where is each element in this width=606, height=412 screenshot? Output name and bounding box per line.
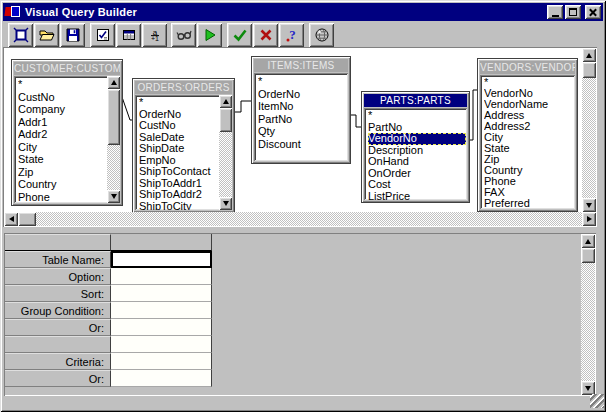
field-item-state[interactable]: State — [484, 143, 575, 154]
scroll-thumb[interactable] — [107, 89, 120, 145]
add-table-button[interactable] — [116, 23, 141, 47]
table-box-vendors[interactable]: VENDORS:VENDORS *VendorNoVendorNameAddre… — [478, 59, 577, 211]
table-box-parts[interactable]: PARTS:PARTS *PartNoVendorNoDescriptionOn… — [362, 92, 469, 202]
field-item-star[interactable]: * — [258, 75, 348, 88]
field-item-star[interactable]: * — [139, 97, 217, 109]
close-button[interactable] — [585, 5, 601, 19]
field-item-onorder[interactable]: OnOrder — [368, 168, 467, 180]
table-caption[interactable]: VENDORS:VENDORS — [480, 61, 575, 74]
table-box-items[interactable]: ITEMS:ITEMS *OrderNoItemNoPartNoQtyDisco… — [252, 57, 350, 163]
field-item-star[interactable]: * — [368, 110, 467, 122]
accept-button[interactable] — [227, 23, 252, 47]
field-item-custno[interactable]: CustNo — [18, 91, 105, 104]
sort-button[interactable]: a +1 — [142, 23, 167, 47]
scroll-thumb[interactable] — [219, 108, 232, 132]
resize-grip[interactable] — [590, 394, 604, 408]
scroll-thumb[interactable] — [18, 212, 36, 226]
scroll-right-button[interactable] — [582, 212, 596, 226]
field-item-city[interactable]: City — [18, 141, 105, 154]
maximize-button[interactable] — [565, 5, 581, 19]
workspace-vertical-scrollbar[interactable] — [582, 48, 596, 212]
field-item-star[interactable]: * — [18, 78, 105, 91]
table-caption-active[interactable]: PARTS:PARTS — [364, 94, 467, 107]
scroll-track[interactable] — [36, 212, 582, 226]
field-item-partno[interactable]: PartNo — [258, 113, 348, 126]
query-workspace[interactable]: CUSTOMER:CUSTOMER *CustNoCompanyAddr1Add… — [4, 48, 582, 212]
field-item-onhand[interactable]: OnHand — [368, 156, 467, 168]
field-item-company[interactable]: Company — [18, 103, 105, 116]
list-scrollbar[interactable] — [107, 76, 120, 203]
grid-cell[interactable] — [111, 370, 212, 387]
field-item-saledate[interactable]: SaleDate — [139, 132, 217, 144]
save-query-button[interactable] — [60, 23, 85, 47]
field-item-vendorno[interactable]: VendorNo — [484, 88, 575, 99]
list-scrollbar[interactable] — [219, 95, 232, 210]
field-item-addr2[interactable]: Addr2 — [18, 128, 105, 141]
field-item-listprice[interactable]: ListPrice — [368, 191, 467, 201]
field-item-itemno[interactable]: ItemNo — [258, 100, 348, 113]
table-box-orders[interactable]: ORDERS:ORDERS *OrderNoCustNoSaleDateShip… — [133, 79, 234, 212]
field-item-custno[interactable]: CustNo — [139, 120, 217, 132]
field-item-state[interactable]: State — [18, 153, 105, 166]
field-item-vendorname[interactable]: VendorName — [484, 99, 575, 110]
grid-cell[interactable] — [111, 268, 212, 285]
help-button[interactable]: ? — [279, 23, 304, 47]
scroll-thumb[interactable] — [582, 62, 596, 78]
field-item-orderno[interactable]: OrderNo — [258, 88, 348, 101]
scroll-down-button[interactable] — [582, 198, 596, 212]
new-query-button[interactable] — [8, 23, 33, 47]
scroll-track[interactable] — [582, 78, 596, 198]
grid-cell[interactable] — [111, 234, 212, 251]
field-item-qty[interactable]: Qty — [258, 125, 348, 138]
field-item-discount[interactable]: Discount — [258, 138, 348, 151]
scroll-left-button[interactable] — [4, 212, 18, 226]
grid-vertical-scrollbar[interactable] — [581, 234, 595, 395]
scroll-up-button[interactable] — [581, 234, 595, 248]
grid-cell[interactable] — [111, 336, 212, 353]
field-item-star[interactable]: * — [484, 77, 575, 88]
scroll-track[interactable] — [219, 132, 232, 197]
field-item-description[interactable]: Description — [368, 145, 467, 157]
table-caption[interactable]: ORDERS:ORDERS — [135, 81, 232, 94]
field-item-partno[interactable]: PartNo — [368, 122, 467, 134]
query-properties-button[interactable] — [90, 23, 115, 47]
field-item-shiptoaddr2[interactable]: ShipToAddr2 — [139, 189, 217, 201]
field-item-shiptoaddr1[interactable]: ShipToAddr1 — [139, 178, 217, 190]
field-item-cost[interactable]: Cost — [368, 179, 467, 191]
grid-cell[interactable] — [111, 285, 212, 302]
field-item-country[interactable]: Country — [18, 178, 105, 191]
open-query-button[interactable] — [34, 23, 59, 47]
scroll-down-button[interactable] — [581, 381, 595, 395]
scroll-down-button[interactable] — [107, 190, 120, 203]
field-item-vendorno[interactable]: VendorNo — [368, 133, 466, 145]
grid-cell[interactable] — [111, 319, 212, 336]
workspace-horizontal-scrollbar[interactable] — [4, 212, 596, 226]
view-sql-button[interactable] — [171, 23, 196, 47]
field-item-city[interactable]: City — [484, 132, 575, 143]
scroll-thumb[interactable] — [581, 248, 595, 263]
table-caption[interactable]: ITEMS:ITEMS — [254, 59, 348, 72]
field-item-country[interactable]: Country — [484, 165, 575, 176]
scroll-track[interactable] — [581, 263, 595, 381]
scroll-up-button[interactable] — [582, 48, 596, 62]
table-caption[interactable]: CUSTOMER:CUSTOMER — [14, 62, 120, 75]
field-item-empno[interactable]: EmpNo — [139, 155, 217, 167]
grid-cell[interactable] — [111, 353, 212, 370]
field-item-address2[interactable]: Address2 — [484, 121, 575, 132]
cancel-button[interactable] — [253, 23, 278, 47]
scroll-track[interactable] — [107, 145, 120, 190]
field-item-phone[interactable]: Phone — [18, 191, 105, 204]
field-item-preferred[interactable]: Preferred — [484, 198, 575, 209]
field-item-phone[interactable]: Phone — [484, 176, 575, 187]
database-button[interactable] — [309, 23, 334, 47]
grid-cell[interactable] — [111, 302, 212, 319]
scroll-up-button[interactable] — [219, 95, 232, 108]
minimize-button[interactable] — [547, 5, 563, 19]
scroll-down-button[interactable] — [219, 197, 232, 210]
field-item-fax[interactable]: FAX — [484, 187, 575, 198]
field-item-zip[interactable]: Zip — [18, 166, 105, 179]
scroll-up-button[interactable] — [107, 76, 120, 89]
titlebar[interactable]: Visual Query Builder — [3, 3, 603, 21]
field-item-address[interactable]: Address — [484, 110, 575, 121]
field-item-shipdate[interactable]: ShipDate — [139, 143, 217, 155]
